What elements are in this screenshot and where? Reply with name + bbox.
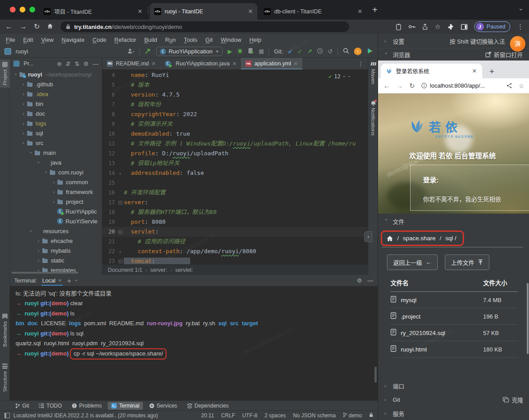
chevron-down-icon[interactable]: ›: [44, 169, 49, 176]
back-icon[interactable]: ←: [5, 23, 12, 30]
menu-item-help[interactable]: Help: [245, 35, 265, 44]
code-line-4[interactable]: 4 name: RuoYi: [102, 70, 368, 80]
git-clone-button[interactable]: 克隆: [503, 396, 523, 404]
tool-window-button-git[interactable]: Git: [12, 402, 33, 410]
menu-item-navigate[interactable]: Navigate: [57, 35, 88, 44]
home-icon[interactable]: [47, 23, 53, 31]
editor-tab-RuoYiApplication-java[interactable]: CRuoYiApplication.java✕: [160, 58, 241, 69]
fold-marker[interactable]: [117, 217, 124, 227]
url-field[interactable]: try.titanide.cn/ide/web/coding/ruoyi/dem…: [61, 21, 349, 32]
hide-terminal-icon[interactable]: —: [367, 277, 373, 284]
chevron-right-icon[interactable]: ›: [20, 91, 27, 97]
status-message[interactable]: Localized IntelliJ IDEA 2022.2.2 is avai…: [13, 412, 158, 419]
terminal-line[interactable]: → ruoyi git:(demo) ls sql: [16, 329, 372, 339]
fold-marker[interactable]: [117, 70, 124, 80]
crumb-space-share[interactable]: space.share: [403, 235, 436, 242]
upload-file-button[interactable]: 上传文件: [445, 254, 489, 270]
section-settings[interactable]: › 设置 按 Shift 键切换输入法: [378, 34, 529, 48]
close-tab-icon[interactable]: ✕: [472, 68, 477, 74]
menu-item-code[interactable]: Code: [89, 35, 110, 44]
breadcrumb-item[interactable]: server:: [151, 267, 167, 273]
code-line-17[interactable]: 17–server:: [102, 198, 368, 207]
tree-item-mybatis[interactable]: ›mybatis: [10, 246, 102, 255]
chevron-right-icon[interactable]: ›: [35, 258, 42, 263]
terminal-line[interactable]: ls: 无法访问 'sq': 没有那个文件或目录: [16, 289, 372, 299]
chevron-right-icon[interactable]: ›: [35, 238, 42, 243]
tree-item-static[interactable]: ›static: [10, 255, 102, 265]
new-terminal-icon[interactable]: +: [67, 277, 71, 284]
tree-item-main[interactable]: ›main: [10, 148, 102, 158]
back-parent-button[interactable]: 返回上一级 ←: [387, 254, 438, 270]
tree-item--idea[interactable]: ›.idea: [10, 89, 102, 99]
terminal-output[interactable]: ls: 无法访问 'sq': 没有那个文件或目录→ ruoyi git:(dem…: [10, 287, 378, 362]
run-configuration-select[interactable]: C RuoYiApplication ▼: [156, 47, 223, 56]
terminal-line[interactable]: bin doc LICENSE logs pom.xml README.md r…: [16, 319, 372, 328]
fold-marker[interactable]: –: [117, 227, 124, 237]
code-line-7[interactable]: 7 # 版权年份: [102, 100, 368, 109]
file-row-mysql[interactable]: mysql7.4 MB: [391, 292, 518, 308]
close-tab-icon[interactable]: ✕: [232, 61, 236, 67]
editor-tab-application-yml[interactable]: YMLapplication.yml✕: [241, 58, 302, 69]
fold-marker[interactable]: [117, 237, 124, 246]
fold-marker[interactable]: [117, 178, 124, 188]
tree-item-logs[interactable]: ›logs: [10, 118, 102, 128]
close-tab-icon[interactable]: ✕: [294, 61, 298, 67]
chevron-right-icon[interactable]: ›: [20, 111, 27, 116]
browser-tab-3[interactable]: <t> db-client - TitanIDE ✕: [259, 3, 367, 20]
tree-item-com-ruoyi[interactable]: ›com.ruoyi: [10, 167, 102, 177]
extensions-puzzle-icon[interactable]: [448, 24, 454, 30]
tool-window-button-services[interactable]: Services: [146, 402, 181, 410]
panel-expander-chevron[interactable]: ›: [364, 231, 372, 242]
section-ports[interactable]: › 端口: [378, 379, 529, 392]
fold-marker[interactable]: –: [117, 198, 124, 207]
bookmark-star-icon[interactable]: ☆: [518, 82, 524, 89]
status-item[interactable]: No JSON schema: [293, 412, 336, 419]
bookmark-star-icon[interactable]: ☆: [435, 23, 440, 31]
share-nodes-icon[interactable]: [506, 83, 512, 89]
git-commit-icon[interactable]: ✓: [297, 48, 302, 55]
tree-item-java[interactable]: ›java: [10, 158, 102, 167]
key-icon[interactable]: [408, 24, 415, 29]
file-row-ruoyi-html[interactable]: ruoyi.html180 KB: [391, 341, 518, 358]
share-icon[interactable]: [422, 24, 428, 30]
titanide-run-icon[interactable]: [366, 48, 373, 56]
browser-tab-2-active[interactable]: <t> ruoyi - TitanIDE ✕: [150, 3, 257, 20]
toolbar-project-name[interactable]: ruoyi: [16, 48, 28, 55]
fold-marker[interactable]: ▵: [117, 168, 124, 178]
terminal-tab-local[interactable]: Local ✕: [41, 276, 63, 286]
chevron-right-icon[interactable]: ›: [50, 199, 57, 204]
chevron-right-icon[interactable]: ›: [35, 248, 42, 253]
inspections-widget[interactable]: ✔ 12 › ›: [329, 72, 351, 81]
terminal-settings-gear-icon[interactable]: ⚙: [357, 277, 362, 284]
code-line-8[interactable]: 8 copyrightYear: 2022: [102, 109, 368, 119]
clipboard-icon[interactable]: [395, 24, 402, 30]
chevron-down-icon[interactable]: ›: [28, 228, 34, 234]
tool-button-project[interactable]: Project: [0, 60, 10, 88]
code-line-9[interactable]: 9 # 实例演示开关: [102, 119, 368, 129]
close-tab-icon[interactable]: ✕: [248, 8, 253, 15]
code-line-10[interactable]: 10 demoEnabled: true: [102, 129, 368, 139]
side-panel-scrollbar[interactable]: [527, 283, 529, 354]
fold-marker[interactable]: –: [117, 256, 124, 264]
code-line-13[interactable]: 13 # 获取ip地址开关: [102, 158, 368, 168]
new-tab-icon[interactable]: +: [489, 69, 494, 75]
browser-tab-1[interactable]: <t> 项目 - TitanIDE ✕: [39, 3, 147, 20]
new-tab-button[interactable]: +: [372, 4, 378, 15]
chrome-menu-icon[interactable]: ⋮: [517, 23, 524, 31]
tree-horizontal-scrollbar[interactable]: [12, 272, 78, 274]
status-item[interactable]: CRLF: [221, 412, 235, 419]
run-button[interactable]: ▶: [228, 48, 232, 55]
tree-item-ruoyi[interactable]: ›ruoyi~/workspace/ruoyi: [10, 69, 102, 79]
code-line-18[interactable]: 18 # 服务器的HTTP端口，默认为80: [102, 207, 368, 217]
menu-item-git[interactable]: Git: [201, 35, 217, 44]
menu-item-edit[interactable]: Edit: [19, 35, 37, 44]
tree-item-src[interactable]: ›src: [10, 138, 102, 148]
close-tab-icon[interactable]: ✕: [358, 8, 362, 15]
code-line-5[interactable]: 5 # 版本: [102, 80, 368, 90]
reload-icon[interactable]: ↻: [34, 23, 40, 30]
status-item[interactable]: 2 spaces: [264, 412, 286, 419]
tree-item-framework[interactable]: ›framework: [10, 187, 102, 197]
embedded-url-field[interactable]: localhost:8080/app/...: [421, 82, 501, 89]
fold-marker[interactable]: [117, 80, 124, 90]
close-tab-icon[interactable]: ✕: [151, 61, 155, 67]
